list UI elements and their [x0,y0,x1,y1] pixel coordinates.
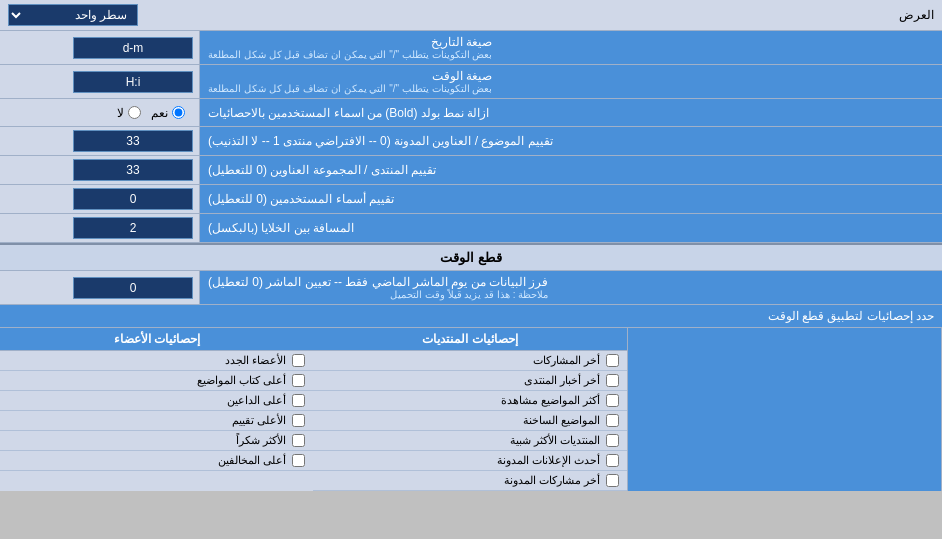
date-format-label: صيغة التاريخ بعض التكوينات يتطلب "/" الت… [200,31,942,64]
sort-users-input-wrap [0,185,200,213]
time-format-input[interactable] [73,71,193,93]
stats-item-top-violators: أعلى المخالفين [0,451,313,471]
stats-item-top-rated: الأعلى تقييم [0,411,313,431]
cutoff-filter-row: فرز البيانات من يوم الماشر الماضي فقط --… [0,271,942,305]
bold-no-label[interactable]: لا [117,106,141,120]
cutoff-filter-input[interactable] [73,277,193,299]
checkbox-last-posts[interactable] [606,354,619,367]
bold-yes-radio[interactable] [172,106,185,119]
sort-users-label: تقييم أسماء المستخدمين (0 للتعطيل) [200,185,942,213]
sort-topics-label: تقييم الموضوع / العناوين المدونة (0 -- ا… [200,127,942,155]
sort-users-row: تقييم أسماء المستخدمين (0 للتعطيل) [0,185,942,214]
sort-topics-input-wrap [0,127,200,155]
stats-item-last-posts: أخر المشاركات [313,351,626,371]
stats-item-top-posters: أعلى كتاب المواضيع [0,371,313,391]
checkbox-top-violators[interactable] [292,454,305,467]
checkbox-top-rated[interactable] [292,414,305,427]
stats-item-blog-posts: أخر مشاركات المدونة [313,471,626,491]
checkbox-new-members[interactable] [292,354,305,367]
cutoff-filter-label: فرز البيانات من يوم الماشر الماضي فقط --… [200,271,942,304]
display-label: العرض [138,8,934,22]
sort-users-input[interactable] [73,188,193,210]
checkbox-forum-news[interactable] [606,374,619,387]
time-format-input-wrap [0,65,200,98]
stats-col-forums: إحصائيات المنتديات أخر المشاركات أخر أخب… [313,328,627,491]
bold-remove-label: ازالة نمط بولد (Bold) من اسماء المستخدمي… [200,99,942,126]
cutoff-section-header: قطع الوقت [0,243,942,271]
display-select[interactable]: سطر واحد سطرين ثلاثة أسطر [8,4,138,26]
bold-remove-row: ازالة نمط بولد (Bold) من اسماء المستخدمي… [0,99,942,127]
date-format-input[interactable] [73,37,193,59]
checkbox-blog-posts[interactable] [606,474,619,487]
bold-yes-label[interactable]: نعم [151,106,185,120]
stats-item-announcements: أحدث الإعلانات المدونة [313,451,626,471]
checkbox-announcements[interactable] [606,454,619,467]
cell-padding-input[interactable] [73,217,193,239]
sort-topics-input[interactable] [73,130,193,152]
stats-item-top-referrers: أعلى الداعين [0,391,313,411]
stats-section-label: حدد إحصائيات لتطبيق قطع الوقت [0,305,942,328]
bold-remove-input-wrap: نعم لا [0,99,200,126]
stats-item-most-thanked: الأكثر شكراً [0,431,313,451]
bold-radio-group: نعم لا [109,103,193,123]
checkbox-top-referrers[interactable] [292,394,305,407]
checkbox-most-viewed[interactable] [606,394,619,407]
sort-forums-row: تقييم المنتدى / المجموعة العناوين (0 للت… [0,156,942,185]
sort-forums-input[interactable] [73,159,193,181]
stats-forums-header: إحصائيات المنتديات [313,328,626,351]
time-format-label: صيغة الوقت بعض التكوينات يتطلب "/" التي … [200,65,942,98]
cell-padding-label: المسافة بين الخلايا (بالبكسل) [200,214,942,242]
stats-col-members: إحصائيات الأعضاء الأعضاء الجدد أعلى كتاب… [0,328,313,491]
date-format-row: صيغة التاريخ بعض التكوينات يتطلب "/" الت… [0,31,942,65]
checkbox-hot-topics[interactable] [606,414,619,427]
sort-forums-input-wrap [0,156,200,184]
bold-no-radio[interactable] [128,106,141,119]
time-format-row: صيغة الوقت بعض التكوينات يتطلب "/" التي … [0,65,942,99]
cell-padding-input-wrap [0,214,200,242]
stats-grid: إحصائيات المنتديات أخر المشاركات أخر أخب… [0,328,942,491]
stats-item-similar-forums: المنتديات الأكثر شبية [313,431,626,451]
cell-padding-row: المسافة بين الخلايا (بالبكسل) [0,214,942,243]
stats-item-hot-topics: المواضيع الساخنة [313,411,626,431]
stats-item-most-viewed: أكثر المواضيع مشاهدة [313,391,626,411]
top-row: العرض سطر واحد سطرين ثلاثة أسطر [0,0,942,31]
checkbox-top-posters[interactable] [292,374,305,387]
stats-members-header: إحصائيات الأعضاء [0,328,313,351]
checkbox-similar-forums[interactable] [606,434,619,447]
sort-forums-label: تقييم المنتدى / المجموعة العناوين (0 للت… [200,156,942,184]
stats-col-empty [628,328,942,491]
date-format-input-wrap [0,31,200,64]
sort-topics-row: تقييم الموضوع / العناوين المدونة (0 -- ا… [0,127,942,156]
cutoff-filter-input-wrap [0,271,200,304]
checkbox-most-thanked[interactable] [292,434,305,447]
stats-item-new-members: الأعضاء الجدد [0,351,313,371]
stats-item-forum-news: أخر أخبار المنتدى [313,371,626,391]
